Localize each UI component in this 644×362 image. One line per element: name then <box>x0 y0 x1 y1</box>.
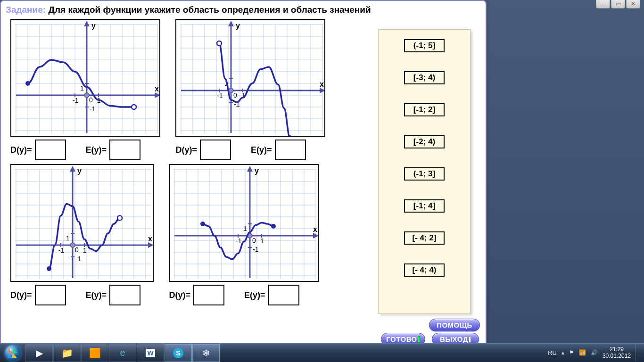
graph-block-2: x y 1 -1 1 -1 0 D(y)= E(y)= <box>175 19 325 160</box>
svg-text:1: 1 <box>66 234 70 242</box>
d-dropzone-4[interactable] <box>193 285 224 305</box>
graph-block-3: x y 1 -1 1 -1 0 D(y)= E(y)= <box>10 164 154 305</box>
chip-4[interactable]: (-1; 3] <box>404 167 445 181</box>
maximize-button[interactable]: ▭ <box>611 0 625 8</box>
windows-logo-icon <box>5 345 21 361</box>
svg-marker-107 <box>70 166 75 172</box>
lang-indicator[interactable]: RU <box>548 349 557 356</box>
d-dropzone-1[interactable] <box>35 140 66 160</box>
chip-5[interactable]: [-1; 4] <box>404 199 445 213</box>
d-dropzone-3[interactable] <box>35 285 66 305</box>
close-button[interactable]: ✕ <box>626 0 640 8</box>
graph-3: x y 1 -1 1 -1 0 <box>10 164 154 282</box>
e-dropzone-4[interactable] <box>268 285 299 305</box>
show-hidden-icon[interactable]: ▴ <box>561 349 564 356</box>
chip-6[interactable]: [- 4; 2] <box>404 231 445 245</box>
e-label: E(y)= <box>244 290 265 300</box>
graph-1: x y 1 -1 1 -1 0 <box>10 19 160 137</box>
e-label: E(y)= <box>251 145 272 155</box>
e-dropzone-3[interactable] <box>109 285 140 305</box>
chip-1[interactable]: [-3; 4) <box>404 71 445 84</box>
taskbar-explorer[interactable]: 📁 <box>53 344 81 362</box>
e-dropzone-2[interactable] <box>275 140 306 160</box>
svg-marker-148 <box>247 166 253 172</box>
clock-date: 30.01.2012 <box>603 353 631 359</box>
svg-text:x: x <box>313 225 317 233</box>
svg-point-108 <box>70 243 75 247</box>
e-label: E(y)= <box>86 145 107 155</box>
svg-text:x: x <box>320 80 324 88</box>
svg-text:0: 0 <box>252 237 256 244</box>
d-label: D(y)= <box>10 145 32 155</box>
e-dropzone-1[interactable] <box>109 140 140 160</box>
svg-point-40 <box>132 105 136 109</box>
show-desktop-button[interactable] <box>636 344 639 362</box>
window-controls: — ▭ ✕ <box>596 0 640 8</box>
flag-icon[interactable]: ⚑ <box>569 349 574 356</box>
svg-point-121 <box>117 216 122 221</box>
graph-4: x y 1 -1 1 -1 0 <box>169 164 319 282</box>
d-label: D(y)= <box>10 290 32 300</box>
graphs-area: x y 1 -1 1 -1 0 D(y)= E(y)= <box>1 17 369 307</box>
help-button[interactable]: ПОМОЩЬ <box>429 319 480 331</box>
svg-marker-26 <box>84 21 90 26</box>
task-title: Задание: Для каждой функции укажите обла… <box>1 1 486 17</box>
network-icon[interactable]: 📶 <box>579 349 586 356</box>
graph-block-4: x y 1 -1 1 -1 0 D(y)= E(y)= <box>169 164 319 305</box>
svg-text:1: 1 <box>83 247 87 254</box>
svg-marker-67 <box>228 21 234 26</box>
svg-text:0: 0 <box>89 96 93 104</box>
d-dropzone-2[interactable] <box>200 140 231 160</box>
taskbar-current-app[interactable]: ❄ <box>192 344 220 362</box>
start-button[interactable] <box>0 344 25 362</box>
svg-text:y: y <box>255 167 259 175</box>
graph-2: x y 1 -1 1 -1 0 <box>175 19 325 137</box>
svg-text:-1: -1 <box>217 92 223 99</box>
graph-block-1: x y 1 -1 1 -1 0 D(y)= E(y)= <box>10 19 160 160</box>
svg-text:y: y <box>77 167 82 175</box>
clock[interactable]: 21:29 30.01.2012 <box>603 346 631 359</box>
svg-point-27 <box>84 93 89 98</box>
svg-point-120 <box>47 266 51 271</box>
d-label: D(y)= <box>175 145 197 155</box>
svg-point-80 <box>217 41 222 46</box>
e-label: E(y)= <box>86 290 107 300</box>
d-label: D(y)= <box>169 290 190 300</box>
svg-text:-1: -1 <box>90 105 96 113</box>
taskbar-wmplayer[interactable]: ▶ <box>25 344 53 362</box>
svg-point-39 <box>25 81 30 86</box>
chip-0[interactable]: (-1; 5] <box>404 39 445 52</box>
svg-point-162 <box>271 224 276 229</box>
title-prefix: Задание: <box>6 5 46 15</box>
chip-2[interactable]: [-1; 2] <box>404 103 445 116</box>
taskbar: ▶ 📁 🟧 e W S ❄ RU ▴ ⚑ 📶 🔊 21:29 30.01.201… <box>0 343 644 362</box>
svg-text:x: x <box>148 235 152 243</box>
app-window: Задание: Для каждой функции укажите обла… <box>0 0 487 344</box>
svg-text:0: 0 <box>75 246 79 254</box>
chip-7[interactable]: [- 4; 4) <box>404 263 445 277</box>
svg-text:1: 1 <box>243 225 247 232</box>
taskbar-word[interactable]: W <box>137 344 164 362</box>
title-text: Для каждой функции укажите область опред… <box>48 5 371 15</box>
chip-3[interactable]: [-2; 4) <box>404 135 445 148</box>
answer-chips-panel: (-1; 5] [-3; 4) [-1; 2] [-2; 4) (-1; 3] … <box>378 29 471 314</box>
svg-text:x: x <box>155 85 159 93</box>
minimize-button[interactable]: — <box>596 0 610 8</box>
svg-text:-1: -1 <box>75 255 82 263</box>
svg-marker-105 <box>148 242 154 248</box>
svg-text:1: 1 <box>260 237 264 245</box>
taskbar-skype[interactable]: S <box>165 344 192 362</box>
taskbar-app-1[interactable]: 🟧 <box>81 344 108 362</box>
volume-icon[interactable]: 🔊 <box>591 349 598 356</box>
svg-text:-1: -1 <box>58 247 65 254</box>
svg-text:0: 0 <box>233 91 237 99</box>
svg-text:-1: -1 <box>236 237 242 245</box>
clock-time: 21:29 <box>603 346 631 353</box>
svg-text:-1: -1 <box>73 97 79 104</box>
svg-text:y: y <box>236 22 240 30</box>
taskbar-ie[interactable]: e <box>109 344 136 362</box>
system-tray: RU ▴ ⚑ 📶 🔊 21:29 30.01.2012 <box>543 343 644 362</box>
svg-text:y: y <box>91 22 96 30</box>
svg-point-161 <box>200 222 205 226</box>
svg-text:-1: -1 <box>253 246 259 253</box>
